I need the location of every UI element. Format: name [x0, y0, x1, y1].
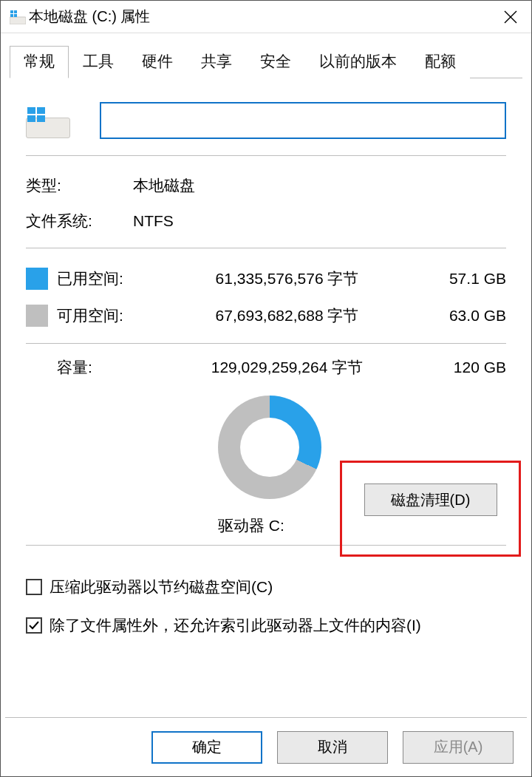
index-checkbox[interactable]: [26, 617, 42, 634]
compress-checkbox[interactable]: [26, 579, 42, 595]
cancel-button[interactable]: 取消: [277, 731, 388, 764]
used-space-bytes: 61,335,576,576 字节: [157, 268, 417, 289]
index-label: 除了文件属性外，还允许索引此驱动器上文件的内容(I): [50, 615, 421, 636]
type-value: 本地磁盘: [133, 175, 195, 196]
used-space-gb: 57.1 GB: [417, 270, 506, 288]
tab-hardware[interactable]: 硬件: [128, 46, 187, 78]
close-icon: [503, 10, 518, 24]
window-title: 本地磁盘 (C:) 属性: [29, 7, 490, 27]
content-area: 类型: 本地磁盘 文件系统: NTFS 已用空间: 61,335,576,576…: [1, 78, 531, 717]
svg-rect-0: [10, 17, 26, 24]
titlebar: 本地磁盘 (C:) 属性: [1, 1, 531, 33]
type-label: 类型:: [26, 175, 133, 196]
free-space-swatch: [26, 305, 48, 327]
tab-previous-versions[interactable]: 以前的版本: [305, 46, 411, 78]
filesystem-value: NTFS: [133, 212, 174, 230]
free-space-gb: 63.0 GB: [417, 307, 506, 325]
tab-general[interactable]: 常规: [10, 46, 69, 78]
drive-titlebar-icon: [7, 10, 29, 24]
tab-sharing[interactable]: 共享: [187, 46, 246, 78]
highlight-annotation: 磁盘清理(D): [340, 461, 521, 557]
usage-donut-chart: [218, 396, 321, 499]
dialog-button-bar: 确定 取消 应用(A): [5, 717, 527, 776]
free-space-bytes: 67,693,682,688 字节: [157, 305, 417, 326]
svg-rect-4: [14, 14, 17, 17]
svg-rect-1: [10, 10, 13, 13]
used-space-swatch: [26, 268, 48, 290]
used-space-label: 已用空间:: [57, 268, 157, 289]
check-icon: [28, 620, 40, 631]
disk-cleanup-button[interactable]: 磁盘清理(D): [364, 483, 497, 516]
capacity-bytes: 129,029,259,264 字节: [157, 357, 417, 378]
tab-quota[interactable]: 配额: [411, 46, 470, 78]
compress-label: 压缩此驱动器以节约磁盘空间(C): [50, 577, 273, 597]
ok-button[interactable]: 确定: [151, 731, 262, 764]
properties-dialog: 本地磁盘 (C:) 属性 常规 工具 硬件 共享 安全 以前的版本 配额: [0, 0, 532, 777]
capacity-label: 容量:: [57, 357, 157, 378]
close-button[interactable]: [490, 1, 531, 33]
drive-label: 驱动器 C:: [218, 515, 284, 536]
free-space-label: 可用空间:: [57, 305, 157, 326]
tab-security[interactable]: 安全: [246, 46, 305, 78]
svg-rect-2: [14, 10, 17, 13]
apply-button[interactable]: 应用(A): [403, 731, 514, 764]
svg-rect-3: [10, 14, 13, 17]
tab-strip: 常规 工具 硬件 共享 安全 以前的版本 配额: [1, 33, 531, 78]
capacity-gb: 120 GB: [417, 359, 506, 376]
tab-tools[interactable]: 工具: [69, 46, 128, 78]
volume-name-input[interactable]: [100, 102, 506, 139]
filesystem-label: 文件系统:: [26, 211, 133, 231]
drive-icon: [26, 103, 70, 138]
